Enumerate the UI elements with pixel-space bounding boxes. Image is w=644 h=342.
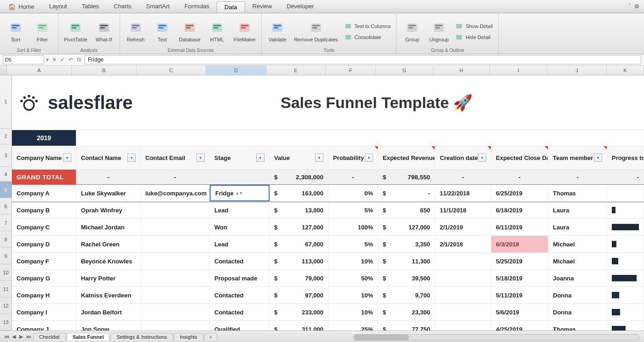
row-header-12[interactable]: 12 — [0, 297, 12, 314]
collapse-ribbon-icon[interactable]: ˇ — [629, 3, 631, 10]
cell-prob[interactable]: 10% — [328, 304, 378, 320]
column-header-H[interactable]: H — [433, 66, 490, 75]
cell-email[interactable] — [141, 236, 210, 252]
cell-contact[interactable]: Rachel Green — [76, 236, 141, 252]
sheet-tab-sales-funnel[interactable]: Sales Funnel — [67, 333, 110, 341]
ribbon-btn-html[interactable]: HTML — [205, 19, 229, 43]
cell-rev[interactable]: $77,750 — [378, 321, 435, 331]
cell-close[interactable]: 6/18/2019 — [491, 202, 548, 218]
cell-progress[interactable] — [607, 270, 644, 286]
cell-value[interactable]: $79,000 — [270, 270, 328, 286]
cell-contact[interactable]: Harry Potter — [76, 270, 141, 286]
table-row[interactable]: Company FBeyoncé KnowlesContacted$113,00… — [12, 253, 644, 270]
ribbon-btn-consolidate[interactable]: Consolidate — [343, 33, 393, 42]
cell-company[interactable]: Company B — [12, 202, 76, 218]
cell-email[interactable] — [141, 270, 210, 286]
cell-contact[interactable]: Jon Snow — [76, 321, 141, 331]
row-header-7[interactable]: 7 — [0, 215, 12, 231]
cell-rev[interactable]: $127,000 — [378, 219, 435, 235]
filter-dropdown-icon[interactable]: ▾ — [63, 154, 71, 162]
formula-input[interactable]: Fridge — [85, 55, 641, 64]
cell-rev[interactable]: $650 — [378, 202, 435, 218]
ribbon-btn-pivottable[interactable]: PivotTable — [62, 19, 89, 43]
sheet-tab-insights[interactable]: Insights — [174, 333, 203, 341]
table-header-1[interactable]: Contact Name▾ — [76, 146, 141, 169]
ribbon-btn-text[interactable]: Text — [150, 19, 174, 43]
name-box-dropdown-icon[interactable]: ▾ — [46, 57, 49, 63]
cell-progress[interactable] — [607, 304, 644, 320]
sheet-nav-first-icon[interactable]: ⏮ — [3, 334, 10, 340]
row-header-5[interactable]: 5 — [0, 182, 12, 198]
cell-member[interactable]: Thomas — [548, 185, 607, 201]
ribbon-btn-sort[interactable]: Sort — [4, 19, 28, 43]
cell-email[interactable] — [141, 202, 210, 218]
cell-value[interactable]: $13,000 — [270, 202, 328, 218]
cell-close[interactable]: 6/3/2018 — [491, 236, 548, 252]
tab-developer[interactable]: Developer — [279, 1, 321, 12]
cell-member[interactable]: Donna — [548, 287, 607, 303]
cell-company[interactable]: Company I — [12, 304, 76, 320]
table-header-0[interactable]: Company Name▾ — [12, 146, 76, 169]
row-header-13[interactable]: 13 — [0, 314, 12, 331]
cell-creation[interactable] — [435, 321, 491, 331]
row-header-8[interactable]: 8 — [0, 231, 12, 248]
column-header-B[interactable]: B — [72, 66, 137, 75]
cell-contact[interactable]: Jordan Belfort — [76, 304, 141, 320]
cell-stage[interactable]: Won — [210, 219, 270, 235]
cell-stepper-icon[interactable]: ▲▼ — [236, 191, 242, 195]
filter-dropdown-icon[interactable]: ▾ — [594, 154, 602, 162]
cell-member[interactable]: Michael — [548, 236, 607, 252]
cell-stage[interactable]: Contacted — [210, 304, 270, 320]
column-header-E[interactable]: E — [266, 66, 326, 75]
cell-prob[interactable]: 0% — [328, 185, 378, 201]
cell-company[interactable]: Company A — [12, 185, 76, 201]
row-header-9[interactable]: 9 — [0, 248, 12, 264]
cell-prob[interactable]: 25% — [328, 321, 378, 331]
ribbon-btn-database[interactable]: Database — [177, 19, 202, 43]
table-header-7[interactable]: Creation date▾ — [435, 146, 491, 169]
cell-creation[interactable] — [435, 253, 491, 269]
cell-contact[interactable]: Oprah Winfrey — [76, 202, 141, 218]
column-header-F[interactable]: F — [326, 66, 376, 75]
cell-company[interactable]: Company J — [12, 321, 76, 331]
cell-value[interactable]: $113,000 — [270, 253, 328, 269]
ribbon-btn-filter[interactable]: Filter — [30, 19, 54, 43]
year-pill[interactable]: 2019 — [12, 130, 76, 146]
column-header-A[interactable]: A — [7, 66, 72, 75]
cell-stage[interactable]: Lead — [210, 202, 270, 218]
cell-progress[interactable] — [607, 287, 644, 303]
row-header-11[interactable]: 11 — [0, 281, 12, 297]
column-header-I[interactable]: I — [490, 66, 547, 75]
cell-progress[interactable] — [607, 219, 644, 235]
table-row[interactable]: Company GHarry PotterProposal made$79,00… — [12, 270, 644, 287]
cell-contact[interactable]: Katniss Everdeen — [76, 287, 141, 303]
row-header-2[interactable]: 2 — [0, 129, 12, 144]
cell-member[interactable]: Laura — [548, 219, 607, 235]
row-header-1[interactable]: 1 — [0, 75, 12, 129]
cell-member[interactable]: Donna — [548, 304, 607, 320]
cell-rev[interactable]: $- — [378, 185, 435, 201]
tab-layout[interactable]: Layout — [42, 1, 75, 12]
cell-company[interactable]: Company D — [12, 236, 76, 252]
ribbon-btn-filemaker[interactable]: FileMaker — [232, 19, 258, 43]
cell-value[interactable]: $233,000 — [270, 304, 328, 320]
cell-creation[interactable]: 11/22/2018 — [435, 185, 491, 201]
ribbon-btn-validate[interactable]: Validate — [265, 19, 289, 43]
table-header-8[interactable]: Expected Close Date▾ — [491, 146, 548, 169]
cell-close[interactable]: 6/11/2019 — [491, 219, 548, 235]
sheet-nav-last-icon[interactable]: ⏭ — [25, 334, 32, 340]
cell-rev[interactable]: $39,500 — [378, 270, 435, 286]
filter-dropdown-icon[interactable]: ▾ — [196, 154, 205, 162]
table-row[interactable]: Company CMichael JordanWon$127,000100%$1… — [12, 219, 644, 236]
cell-creation[interactable]: 2/1/2019 — [435, 219, 491, 235]
cell-rev[interactable]: $11,300 — [378, 253, 435, 269]
filter-dropdown-icon[interactable]: ▾ — [315, 154, 323, 162]
cell-rev[interactable]: $3,350 — [378, 236, 435, 252]
cell-prob[interactable]: 10% — [328, 253, 378, 269]
tab-data[interactable]: Data — [217, 1, 245, 12]
cell-progress[interactable] — [607, 185, 644, 201]
cell-close[interactable]: 5/11/2019 — [491, 287, 548, 303]
cell-stage[interactable]: Proposal made — [210, 270, 270, 286]
cell-email[interactable] — [141, 219, 210, 235]
tab-smartart[interactable]: SmartArt — [139, 1, 177, 12]
